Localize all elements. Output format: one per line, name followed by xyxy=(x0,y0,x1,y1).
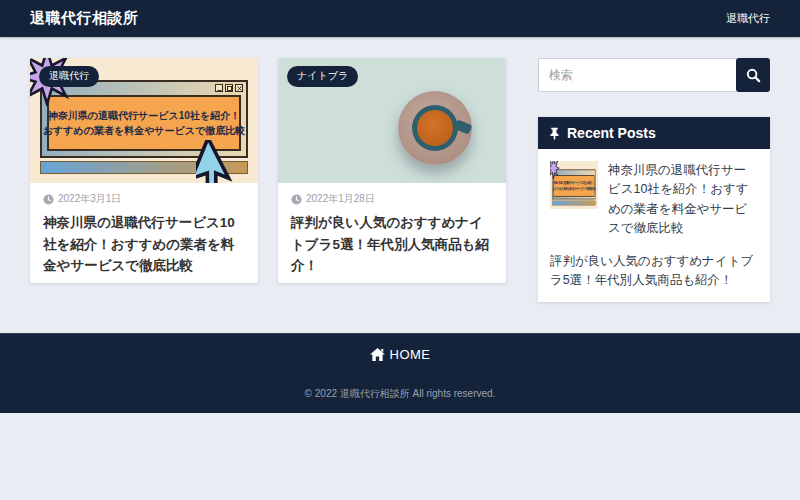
post-2-body: 2022年1月28日 評判が良い人気のおすすめナイトブラ5選！年代別人気商品も紹… xyxy=(278,183,506,283)
maximize-icon xyxy=(225,84,233,92)
post-2-meta: 2022年1月28日 xyxy=(291,192,493,206)
home-link[interactable]: HOME xyxy=(370,347,431,362)
recent-post-2-link[interactable]: 評判が良い人気のおすすめナイトブラ5選！年代別人気商品も紹介！ xyxy=(550,252,758,291)
window-status-bar-shape xyxy=(552,201,596,206)
home-icon xyxy=(370,348,385,362)
clock-icon xyxy=(291,194,302,205)
post-2-date: 2022年1月28日 xyxy=(306,192,375,206)
recent-posts-widget: Recent Posts 神奈川県の退職代行サービス10社を紹介！ おすす xyxy=(538,117,770,302)
search-button[interactable] xyxy=(736,58,770,92)
copyright-text: © 2022 退職代行相談所 All rights reserved. xyxy=(0,387,800,401)
recent-post-1-link[interactable]: 神奈川県の退職代行サービス10社を紹介！おすすめの業者を料金やサービスで徹底比較 xyxy=(608,161,758,239)
search-input[interactable] xyxy=(538,58,736,92)
site-title[interactable]: 退職代行相談所 xyxy=(30,9,139,28)
window-buttons xyxy=(215,84,243,92)
pushpin-icon xyxy=(548,127,561,140)
post-card-1[interactable]: 退職代行 神奈川県の退職代行サービス10社を紹介！ おすすめの業者 xyxy=(30,58,258,283)
recent-posts-title: Recent Posts xyxy=(567,125,656,141)
illustration-text-line1: 神奈川県の退職代行サービス10社を紹介！ xyxy=(48,108,240,123)
recent-post-item-1[interactable]: 神奈川県の退職代行サービス10社を紹介！ おすすめの業者を料金やサービスで徹底比… xyxy=(550,161,758,239)
close-icon xyxy=(235,84,243,92)
site-header: 退職代行相談所 退職代行 xyxy=(0,0,800,37)
recent-post-1-thumbnail: 神奈川県の退職代行サービス10社を紹介！ おすすめの業者を料金やサービスで徹底比… xyxy=(550,161,598,209)
illustration-text-line2: おすすめの業者を料金やサービスで徹底比較 xyxy=(553,186,596,192)
nav-item-taishoku-daiko[interactable]: 退職代行 xyxy=(726,11,770,26)
category-badge-taishoku-daiko[interactable]: 退職代行 xyxy=(39,66,99,87)
illustration-text-line2: おすすめの業者を料金やサービスで徹底比較 xyxy=(43,123,246,138)
category-badge-night-bra[interactable]: ナイトブラ xyxy=(287,66,358,87)
minimize-icon xyxy=(215,84,223,92)
main-container: 退職代行 神奈川県の退職代行サービス10社を紹介！ おすすめの業者 xyxy=(0,37,800,302)
post-2-title[interactable]: 評判が良い人気のおすすめナイトブラ5選！年代別人気商品も紹介！ xyxy=(291,212,493,277)
home-label: HOME xyxy=(390,347,431,362)
search-icon xyxy=(746,68,761,83)
recent-post-item-2[interactable]: 評判が良い人気のおすすめナイトブラ5選！年代別人気商品も紹介！ xyxy=(550,252,758,291)
search-bar xyxy=(538,58,770,92)
coffee-shape xyxy=(417,110,453,146)
post-1-title[interactable]: 神奈川県の退職代行サービス10社を紹介！おすすめの業者を料金やサービスで徹底比較 xyxy=(43,212,245,277)
post-1-body: 2022年3月1日 神奈川県の退職代行サービス10社を紹介！おすすめの業者を料金… xyxy=(30,183,258,283)
post-1-meta: 2022年3月1日 xyxy=(43,192,245,206)
cursor-arrow-icon xyxy=(196,140,248,183)
post-card-2[interactable]: ナイトブラ 2022年1月28日 評判が良い人気のおすすめナイトブラ5選！年代別 xyxy=(278,58,506,283)
recent-posts-header: Recent Posts xyxy=(538,117,770,149)
site-footer: HOME © 2022 退職代行相談所 All rights reserved. xyxy=(0,333,800,413)
window-content: 神奈川県の退職代行サービス10社を紹介！ おすすめの業者を料金やサービスで徹底比… xyxy=(554,175,595,197)
recent-posts-body: 神奈川県の退職代行サービス10社を紹介！ おすすめの業者を料金やサービスで徹底比… xyxy=(538,149,770,302)
clock-icon xyxy=(43,194,54,205)
recent-post-1-thumbnail-illustration: 神奈川県の退職代行サービス10社を紹介！ おすすめの業者を料金やサービスで徹底比… xyxy=(550,161,598,209)
post-2-thumbnail[interactable]: ナイトブラ xyxy=(278,58,506,183)
sidebar: Recent Posts 神奈川県の退職代行サービス10社を紹介！ おすす xyxy=(538,58,770,302)
starburst-shape xyxy=(550,161,560,179)
post-1-thumbnail[interactable]: 退職代行 神奈川県の退職代行サービス10社を紹介！ おすすめの業者 xyxy=(30,58,258,183)
post-1-date: 2022年3月1日 xyxy=(58,192,121,206)
post-card-list: 退職代行 神奈川県の退職代行サービス10社を紹介！ おすすめの業者 xyxy=(30,58,506,302)
